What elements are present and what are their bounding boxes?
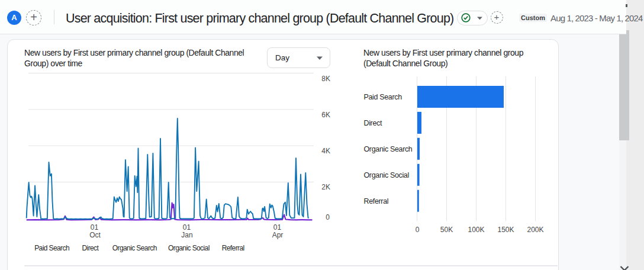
svg-text:Apr: Apr [272,231,284,239]
svg-text:0: 0 [416,226,420,234]
svg-text:150K: 150K [497,226,514,234]
svg-text:Direct: Direct [364,119,382,127]
svg-text:01: 01 [183,223,191,232]
svg-text:Organic Social: Organic Social [364,171,409,179]
svg-text:0: 0 [326,213,330,221]
svg-text:Organic Search: Organic Search [112,244,157,252]
svg-text:200K: 200K [527,226,543,234]
svg-text:2K: 2K [321,183,330,191]
svg-text:50K: 50K [440,226,453,234]
svg-text:Direct: Direct [82,244,99,252]
svg-text:6K: 6K [321,111,330,119]
svg-text:Organic Search: Organic Search [364,145,413,153]
svg-text:4K: 4K [321,147,330,155]
svg-text:100K: 100K [468,226,484,234]
svg-text:Paid Search: Paid Search [364,93,402,101]
svg-text:Referral: Referral [222,244,244,252]
svg-text:Oct: Oct [89,231,101,239]
svg-text:Organic Social: Organic Social [168,244,210,252]
svg-text:Referral: Referral [364,197,389,205]
svg-text:Jan: Jan [181,231,192,239]
svg-text:01: 01 [91,223,99,232]
svg-text:01: 01 [273,223,282,232]
svg-text:Paid Search: Paid Search [34,244,69,252]
svg-text:8K: 8K [321,75,330,83]
